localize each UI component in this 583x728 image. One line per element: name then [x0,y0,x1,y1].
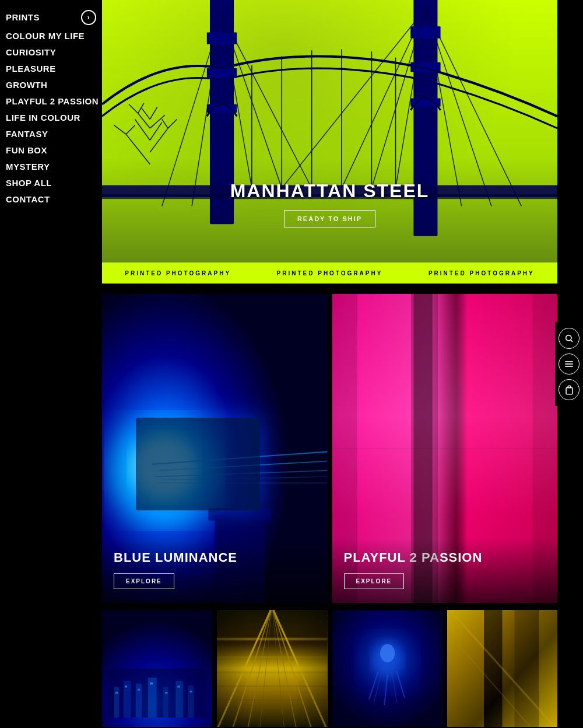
svg-rect-84 [217,610,327,727]
sidebar-item-playful-2-passion[interactable]: PLAYFUL 2 PASSION [6,93,102,110]
svg-rect-111 [514,610,539,727]
svg-rect-109 [484,610,503,727]
sidebar-label-playful-2-passion: PLAYFUL 2 PASSION [6,96,99,107]
svg-rect-80 [150,682,153,684]
svg-line-88 [272,610,312,727]
svg-rect-61 [209,508,271,520]
sidebar-label-mystery: MYSTERY [6,162,50,172]
small-card-1-image [102,610,212,727]
svg-rect-78 [125,685,127,687]
small-card-2-image [217,610,327,727]
gallery-card-playful-2-passion[interactable]: PLAYFUL 2 PASSION EXPLORE [332,294,558,603]
svg-line-90 [272,610,297,727]
ticker-item-1: PRINTED PHOTOGRAPHY [125,270,231,276]
ticker-bar: PRINTED PHOTOGRAPHY PRINTED PHOTOGRAPHY … [102,262,557,284]
svg-rect-77 [115,692,118,694]
hero-section: MANHATTAN STEEL READY TO SHIP [102,0,557,262]
right-icon-panel [555,322,583,406]
svg-rect-95 [217,671,327,673]
svg-rect-70 [114,687,119,718]
svg-rect-71 [124,681,131,718]
blue-luminance-explore-button[interactable]: EXPLORE [114,573,174,589]
ticker-item-3: PRINTED PHOTOGRAPHY [429,270,535,276]
gallery-small-card-4[interactable] [447,610,557,727]
svg-line-1 [571,340,573,342]
svg-point-53 [114,421,215,521]
blue-luminance-card-info: BLUE LUMINANCE EXPLORE [102,538,328,603]
sidebar-label-curiosity: CURIOSITY [6,47,56,58]
sidebar-item-contact[interactable]: CONTACT [6,191,102,208]
prints-arrow-icon: › [81,10,96,25]
gallery-four-col [102,608,557,728]
main-content: MANHATTAN STEEL READY TO SHIP PRINTED PH… [102,0,557,728]
small-card-3-image [332,610,442,727]
svg-rect-76 [188,685,194,718]
sidebar-label-life-in-colour: LIFE IN COLOUR [6,113,80,123]
svg-line-91 [260,610,272,727]
svg-rect-112 [539,610,557,727]
sidebar-item-pleasure[interactable]: PLEASURE [6,61,102,77]
sidebar-item-growth[interactable]: GROWTH [6,77,102,93]
svg-rect-110 [502,610,514,727]
sidebar-label-contact: CONTACT [6,194,50,205]
hero-cta-button[interactable]: READY TO SHIP [284,210,375,228]
hero-image: MANHATTAN STEEL READY TO SHIP [102,0,557,262]
sidebar: PRINTS › COLOUR MY LIFE CURIOSITY PLEASU… [0,0,102,728]
sidebar-label-growth: GROWTH [6,80,47,90]
svg-rect-79 [138,689,140,691]
sidebar-item-mystery[interactable]: MYSTERY [6,159,102,175]
svg-line-89 [248,610,272,727]
sidebar-item-life-in-colour[interactable]: LIFE IN COLOUR [6,110,102,126]
sidebar-item-colour-my-life[interactable]: COLOUR MY LIFE [6,28,102,44]
svg-rect-96 [217,685,327,687]
svg-rect-97 [217,699,327,701]
svg-rect-83 [189,691,192,692]
sidebar-label-fantasy: FANTASY [6,129,48,139]
svg-line-92 [272,610,285,727]
sidebar-label-pleasure: PLEASURE [6,64,56,74]
menu-icon [564,360,574,368]
search-button[interactable] [559,328,580,349]
sidebar-label-prints: PRINTS [6,12,40,23]
gallery-two-col: BLUE LUMINANCE EXPLORE [102,289,557,608]
svg-rect-81 [165,692,167,694]
svg-point-101 [380,644,395,663]
blue-luminance-card-title: BLUE LUMINANCE [114,550,316,565]
hero-title: MANHATTAN STEEL [230,180,430,202]
svg-line-87 [233,610,272,727]
sidebar-label-shop-all: SHOP ALL [6,178,52,188]
gallery-section: BLUE LUMINANCE EXPLORE [102,284,557,728]
svg-point-0 [566,335,571,341]
svg-line-86 [272,610,328,727]
menu-button[interactable] [559,354,580,374]
playful-passion-explore-button[interactable]: EXPLORE [344,573,405,589]
brand-logo: elysian [526,6,554,15]
playful-passion-card-title: PLAYFUL 2 PASSION [344,550,546,565]
sidebar-item-curiosity[interactable]: CURIOSITY [6,44,102,61]
gallery-small-card-2[interactable] [217,610,327,727]
svg-rect-82 [177,685,180,687]
gallery-card-blue-luminance[interactable]: BLUE LUMINANCE EXPLORE [102,294,328,603]
svg-rect-93 [217,638,327,640]
shopping-bag-icon [565,385,574,395]
svg-rect-74 [163,687,168,718]
svg-line-85 [217,610,272,727]
sidebar-item-fantasy[interactable]: FANTASY [6,126,102,142]
svg-rect-94 [217,656,327,658]
playful-passion-card-info: PLAYFUL 2 PASSION EXPLORE [332,538,558,603]
ticker-item-2: PRINTED PHOTOGRAPHY [277,270,383,276]
sidebar-item-fun-box[interactable]: FUN BOX [6,142,102,159]
gallery-small-card-1[interactable] [102,610,212,727]
svg-rect-5 [566,387,573,394]
bag-button[interactable] [559,379,580,400]
gallery-small-card-3[interactable] [332,610,442,727]
search-icon [564,334,574,343]
sidebar-item-prints[interactable]: PRINTS › [6,7,102,28]
ticker-content: PRINTED PHOTOGRAPHY PRINTED PHOTOGRAPHY … [102,270,557,276]
hero-text-block: MANHATTAN STEEL READY TO SHIP [230,180,430,228]
sidebar-item-shop-all[interactable]: SHOP ALL [6,175,102,191]
small-card-4-image [447,610,557,727]
sidebar-label-colour-my-life: COLOUR MY LIFE [6,31,85,41]
sidebar-label-fun-box: FUN BOX [6,145,47,156]
svg-rect-64 [413,294,432,603]
